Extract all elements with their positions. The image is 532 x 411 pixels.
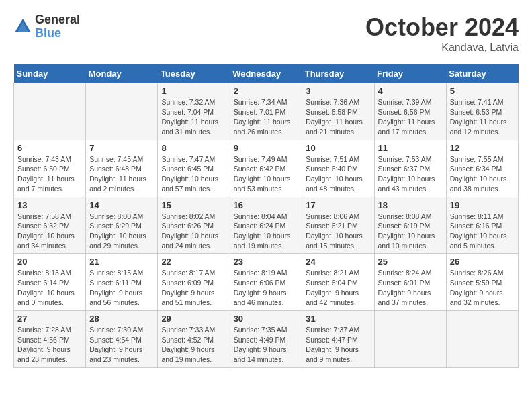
day-cell [86,83,158,140]
day-detail: Sunrise: 7:37 AM Sunset: 4:47 PM Dayligh… [306,325,370,365]
day-detail: Sunrise: 8:26 AM Sunset: 5:59 PM Dayligh… [450,268,515,308]
day-detail: Sunrise: 7:45 AM Sunset: 6:48 PM Dayligh… [89,154,154,194]
column-headers: SundayMondayTuesdayWednesdayThursdayFrid… [14,64,519,83]
day-detail: Sunrise: 8:00 AM Sunset: 6:29 PM Dayligh… [89,212,154,251]
column-header-sunday: Sunday [14,64,86,83]
month-title: October 2024 [365,13,519,42]
day-cell: 13Sunrise: 7:58 AM Sunset: 6:32 PM Dayli… [14,197,86,254]
day-number: 11 [378,143,443,153]
day-number: 29 [161,314,226,324]
logo-text: General Blue [35,13,80,40]
day-detail: Sunrise: 8:02 AM Sunset: 6:26 PM Dayligh… [161,212,226,251]
day-cell: 16Sunrise: 8:04 AM Sunset: 6:24 PM Dayli… [230,197,302,254]
day-cell [446,311,518,368]
location-title: Kandava, Latvia [365,42,519,54]
calendar-table: SundayMondayTuesdayWednesdayThursdayFrid… [13,64,519,368]
day-cell: 31Sunrise: 7:37 AM Sunset: 4:47 PM Dayli… [302,311,374,368]
day-detail: Sunrise: 8:13 AM Sunset: 6:14 PM Dayligh… [17,268,82,308]
day-cell: 5Sunrise: 7:41 AM Sunset: 6:53 PM Daylig… [446,83,518,140]
day-number: 20 [17,257,82,267]
day-detail: Sunrise: 8:19 AM Sunset: 6:06 PM Dayligh… [234,268,299,308]
day-cell: 6Sunrise: 7:43 AM Sunset: 6:50 PM Daylig… [14,140,86,197]
column-header-monday: Monday [86,64,158,83]
day-detail: Sunrise: 8:04 AM Sunset: 6:24 PM Dayligh… [234,212,299,251]
day-cell: 17Sunrise: 8:06 AM Sunset: 6:21 PM Dayli… [302,197,374,254]
day-detail: Sunrise: 7:32 AM Sunset: 7:04 PM Dayligh… [161,97,226,137]
week-row-3: 13Sunrise: 7:58 AM Sunset: 6:32 PM Dayli… [14,197,519,254]
day-cell: 12Sunrise: 7:55 AM Sunset: 6:34 PM Dayli… [446,140,518,197]
day-detail: Sunrise: 8:17 AM Sunset: 6:09 PM Dayligh… [161,268,226,308]
day-cell: 3Sunrise: 7:36 AM Sunset: 6:58 PM Daylig… [302,83,374,140]
day-cell: 14Sunrise: 8:00 AM Sunset: 6:29 PM Dayli… [86,197,158,254]
day-number: 1 [161,86,226,96]
day-detail: Sunrise: 8:21 AM Sunset: 6:04 PM Dayligh… [306,268,370,308]
day-detail: Sunrise: 7:47 AM Sunset: 6:45 PM Dayligh… [161,154,226,194]
day-number: 12 [450,143,515,153]
day-cell: 19Sunrise: 8:11 AM Sunset: 6:16 PM Dayli… [446,197,518,254]
day-number: 3 [306,86,370,96]
logo: General Blue [13,13,80,40]
day-detail: Sunrise: 7:51 AM Sunset: 6:40 PM Dayligh… [306,154,370,194]
day-cell: 21Sunrise: 8:15 AM Sunset: 6:11 PM Dayli… [86,254,158,311]
day-cell: 2Sunrise: 7:34 AM Sunset: 7:01 PM Daylig… [230,83,302,140]
day-cell: 24Sunrise: 8:21 AM Sunset: 6:04 PM Dayli… [302,254,374,311]
logo-icon [13,17,32,36]
day-cell: 30Sunrise: 7:35 AM Sunset: 4:49 PM Dayli… [230,311,302,368]
day-cell: 7Sunrise: 7:45 AM Sunset: 6:48 PM Daylig… [86,140,158,197]
day-number: 26 [450,257,515,267]
day-cell: 11Sunrise: 7:53 AM Sunset: 6:37 PM Dayli… [374,140,446,197]
day-detail: Sunrise: 8:08 AM Sunset: 6:19 PM Dayligh… [378,212,443,251]
day-number: 4 [378,86,443,96]
day-detail: Sunrise: 8:15 AM Sunset: 6:11 PM Dayligh… [89,268,154,308]
day-number: 18 [378,200,443,210]
day-cell: 26Sunrise: 8:26 AM Sunset: 5:59 PM Dayli… [446,254,518,311]
day-number: 7 [89,143,154,153]
day-detail: Sunrise: 7:53 AM Sunset: 6:37 PM Dayligh… [378,154,443,194]
column-header-thursday: Thursday [302,64,374,83]
week-row-1: 1Sunrise: 7:32 AM Sunset: 7:04 PM Daylig… [14,83,519,140]
column-header-friday: Friday [374,64,446,83]
column-header-wednesday: Wednesday [230,64,302,83]
day-number: 24 [306,257,370,267]
day-cell: 8Sunrise: 7:47 AM Sunset: 6:45 PM Daylig… [158,140,230,197]
day-cell: 29Sunrise: 7:33 AM Sunset: 4:52 PM Dayli… [158,311,230,368]
day-detail: Sunrise: 7:43 AM Sunset: 6:50 PM Dayligh… [17,154,82,194]
day-detail: Sunrise: 8:24 AM Sunset: 6:01 PM Dayligh… [378,268,443,308]
day-number: 19 [450,200,515,210]
day-detail: Sunrise: 7:55 AM Sunset: 6:34 PM Dayligh… [450,154,515,194]
day-detail: Sunrise: 7:28 AM Sunset: 4:56 PM Dayligh… [17,325,82,365]
column-header-saturday: Saturday [446,64,518,83]
day-cell: 28Sunrise: 7:30 AM Sunset: 4:54 PM Dayli… [86,311,158,368]
week-row-4: 20Sunrise: 8:13 AM Sunset: 6:14 PM Dayli… [14,254,519,311]
day-cell: 23Sunrise: 8:19 AM Sunset: 6:06 PM Dayli… [230,254,302,311]
day-cell: 9Sunrise: 7:49 AM Sunset: 6:42 PM Daylig… [230,140,302,197]
day-cell: 25Sunrise: 8:24 AM Sunset: 6:01 PM Dayli… [374,254,446,311]
day-number: 14 [89,200,154,210]
day-cell: 1Sunrise: 7:32 AM Sunset: 7:04 PM Daylig… [158,83,230,140]
day-number: 23 [234,257,299,267]
day-detail: Sunrise: 7:35 AM Sunset: 4:49 PM Dayligh… [234,325,299,365]
day-cell: 4Sunrise: 7:39 AM Sunset: 6:56 PM Daylig… [374,83,446,140]
day-cell [374,311,446,368]
logo-line2: Blue [35,27,80,40]
day-number: 10 [306,143,370,153]
day-number: 5 [450,86,515,96]
day-detail: Sunrise: 7:34 AM Sunset: 7:01 PM Dayligh… [234,97,299,137]
page-header: General Blue October 2024 Kandava, Latvi… [13,13,519,54]
day-number: 15 [161,200,226,210]
day-number: 30 [234,314,299,324]
day-cell [14,83,86,140]
day-cell: 27Sunrise: 7:28 AM Sunset: 4:56 PM Dayli… [14,311,86,368]
week-row-5: 27Sunrise: 7:28 AM Sunset: 4:56 PM Dayli… [14,311,519,368]
day-detail: Sunrise: 7:30 AM Sunset: 4:54 PM Dayligh… [89,325,154,365]
day-number: 17 [306,200,370,210]
logo-line1: General [35,13,80,27]
day-cell: 10Sunrise: 7:51 AM Sunset: 6:40 PM Dayli… [302,140,374,197]
day-detail: Sunrise: 7:49 AM Sunset: 6:42 PM Dayligh… [234,154,299,194]
day-number: 13 [17,200,82,210]
day-detail: Sunrise: 8:06 AM Sunset: 6:21 PM Dayligh… [306,212,370,251]
day-cell: 20Sunrise: 8:13 AM Sunset: 6:14 PM Dayli… [14,254,86,311]
day-number: 27 [17,314,82,324]
day-cell: 15Sunrise: 8:02 AM Sunset: 6:26 PM Dayli… [158,197,230,254]
day-number: 6 [17,143,82,153]
